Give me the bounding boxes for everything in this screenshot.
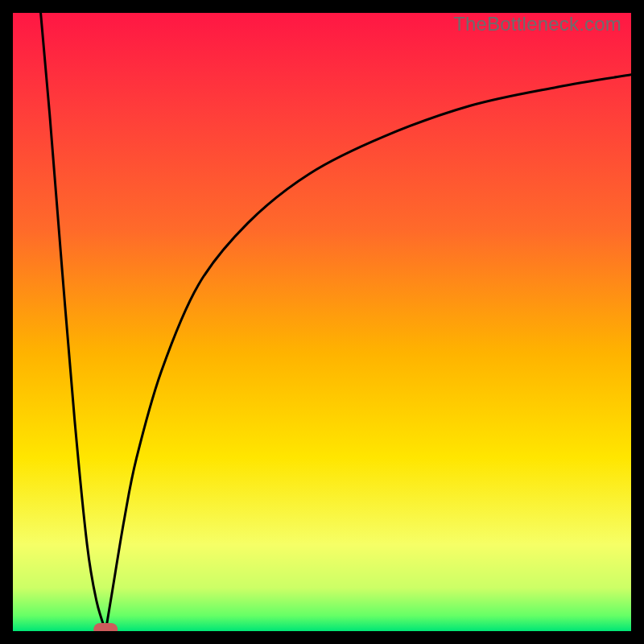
optimal-marker xyxy=(93,623,118,631)
watermark-text: TheBottleneck.com xyxy=(453,13,621,35)
bottleneck-chart xyxy=(13,13,631,631)
chart-frame: TheBottleneck.com xyxy=(13,13,631,631)
gradient-background xyxy=(13,13,631,631)
